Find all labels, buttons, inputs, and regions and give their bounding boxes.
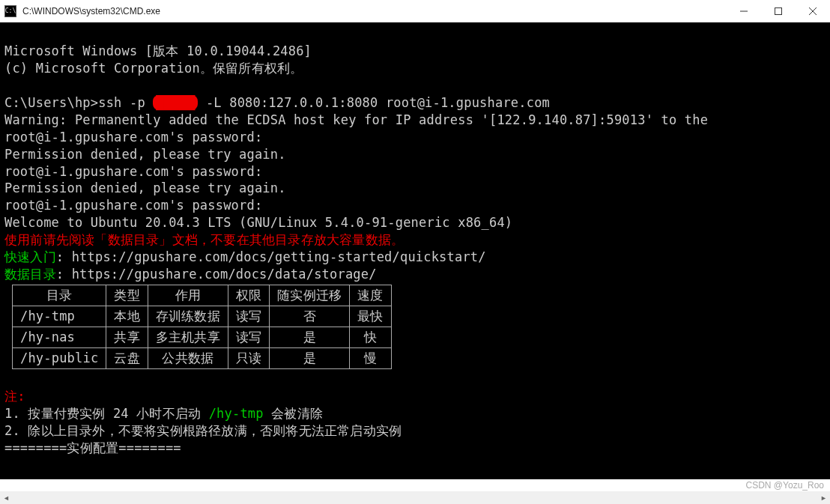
table-row: /hy-tmp本地存训练数据读写否最快 xyxy=(13,306,392,327)
version-line: Microsoft Windows [版本 10.0.19044.2486] xyxy=(4,43,312,58)
minimize-button[interactable] xyxy=(727,0,761,22)
table-cell: /hy-public xyxy=(13,347,106,368)
table-cell: 存训练数据 xyxy=(148,306,228,327)
password-prompt-3: root@i-1.gpushare.com's password: xyxy=(4,198,262,213)
window-titlebar: C:\ C:\WINDOWS\system32\CMD.exe xyxy=(0,0,830,22)
cmd-icon: C:\ xyxy=(4,5,16,17)
quickstart-url: : https://gpushare.com/docs/getting-star… xyxy=(56,249,486,264)
table-cell: 快 xyxy=(350,327,391,347)
table-cell: 读写 xyxy=(228,327,269,347)
table-cell: 公共数据 xyxy=(148,347,228,368)
note-1-path: /hy-tmp xyxy=(209,406,264,421)
table-cell: 多主机共享 xyxy=(148,327,228,347)
copyright-line: (c) Microsoft Corporation。保留所有权利。 xyxy=(4,61,303,76)
welcome-line: Welcome to Ubuntu 20.04.3 LTS (GNU/Linux… xyxy=(4,215,512,230)
scroll-track[interactable] xyxy=(13,491,817,504)
table-header: 随实例迁移 xyxy=(270,285,350,306)
terminal-output[interactable]: Microsoft Windows [版本 10.0.19044.2486] (… xyxy=(0,22,830,479)
scroll-left-arrow[interactable]: ◄ xyxy=(0,491,13,504)
config-divider: ========实例配置======== xyxy=(4,440,181,455)
usage-notice: 使用前请先阅读「数据目录」文档，不要在其他目录存放大容量数据。 xyxy=(4,232,404,247)
table-cell: 慢 xyxy=(350,347,391,368)
table-header: 作用 xyxy=(148,285,228,306)
ssh-warning: Warning: Permanently added the ECDSA hos… xyxy=(4,112,708,127)
close-button[interactable] xyxy=(796,0,830,22)
watermark: CSDN @Yozu_Roo xyxy=(746,480,824,491)
password-prompt-1: root@i-1.gpushare.com's password: xyxy=(4,130,262,145)
notes-header: 注: xyxy=(4,389,25,404)
window-title: C:\WINDOWS\system32\CMD.exe xyxy=(22,6,727,16)
table-row: /hy-nas共享多主机共享读写是快 xyxy=(13,327,392,347)
table-cell: /hy-tmp xyxy=(13,306,106,327)
table-cell: 云盘 xyxy=(106,347,148,368)
permission-denied-2: Permission denied, please try again. xyxy=(4,180,286,195)
storage-label: 数据目录 xyxy=(4,267,56,282)
note-1-pre: 1. 按量付费实例 24 小时不启动 xyxy=(4,406,209,421)
table-cell: 否 xyxy=(270,306,350,327)
note-1-post: 会被清除 xyxy=(264,406,323,421)
table-header: 目录 xyxy=(13,285,106,306)
table-cell: 只读 xyxy=(228,347,269,368)
table-cell: 读写 xyxy=(228,306,269,327)
table-cell: /hy-nas xyxy=(13,327,106,347)
ssh-cmd-post: -L 8080:127.0.0.1:8080 root@i-1.gpushare… xyxy=(198,95,550,110)
svg-rect-1 xyxy=(775,7,782,14)
window-controls xyxy=(727,0,830,22)
directory-table: 目录类型作用权限随实例迁移速度 /hy-tmp本地存训练数据读写否最快/hy-n… xyxy=(12,285,392,369)
horizontal-scrollbar[interactable]: ◄ ► xyxy=(0,491,830,504)
quickstart-label: 快速入门 xyxy=(4,249,56,264)
note-2: 2. 除以上目录外，不要将实例根路径放满，否则将无法正常启动实例 xyxy=(4,423,402,438)
ssh-cmd-pre: ssh -p xyxy=(98,95,153,110)
table-cell: 本地 xyxy=(106,306,148,327)
table-cell: 是 xyxy=(270,347,350,368)
table-cell: 是 xyxy=(270,327,350,347)
table-row: /hy-public云盘公共数据只读是慢 xyxy=(13,347,392,368)
censored-port: █████ xyxy=(153,95,198,110)
permission-denied-1: Permission denied, please try again. xyxy=(4,147,286,162)
maximize-button[interactable] xyxy=(761,0,796,22)
table-cell: 最快 xyxy=(350,306,391,327)
table-cell: 共享 xyxy=(106,327,148,347)
storage-url: : https://gpushare.com/docs/data/storage… xyxy=(56,267,377,282)
scroll-right-arrow[interactable]: ► xyxy=(817,491,830,504)
table-header: 类型 xyxy=(106,285,148,306)
table-header: 速度 xyxy=(350,285,391,306)
table-header: 权限 xyxy=(228,285,269,306)
prompt: C:\Users\hp> xyxy=(4,95,98,110)
password-prompt-2: root@i-1.gpushare.com's password: xyxy=(4,164,262,179)
